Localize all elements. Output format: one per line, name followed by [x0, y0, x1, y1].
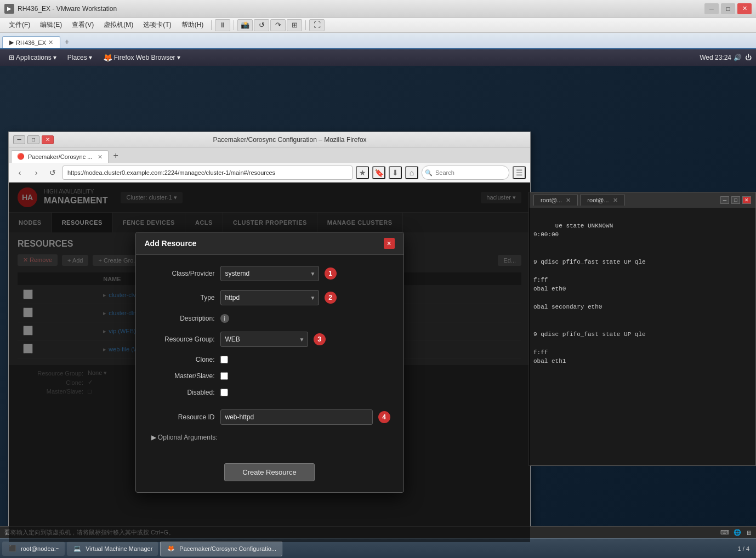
- terminal-maximize[interactable]: □: [731, 196, 740, 204]
- modal-header: Add Resource ×: [136, 232, 403, 255]
- firefox-win-controls: ─ □ ✕: [13, 135, 54, 144]
- clone-checkbox[interactable]: [220, 356, 228, 363]
- bookmark-manage[interactable]: 🔖: [372, 166, 385, 179]
- vmware-title: RH436_EX - VMware Workstation: [18, 5, 704, 13]
- applications-label: Applications: [16, 54, 52, 61]
- snapshot2-button[interactable]: ↷: [270, 19, 286, 31]
- ff-minimize[interactable]: ─: [13, 135, 25, 144]
- step-badge-4: 4: [378, 411, 390, 423]
- resource-group-label: Resource Group:: [149, 335, 215, 343]
- description-info-icon[interactable]: i: [220, 314, 229, 323]
- vm-tab-rh436[interactable]: ▶ RH436_EX ✕: [2, 36, 60, 48]
- terminal-close[interactable]: ✕: [742, 196, 751, 204]
- class-provider-row: Class/Provider systemd lsb ocf stonith 1: [149, 266, 390, 281]
- bookmark-btn[interactable]: ★: [356, 166, 369, 179]
- taskbar-firefox[interactable]: 🦊 Pacemaker/Corosync Configuratio...: [160, 541, 282, 556]
- create-resource-button[interactable]: Create Resource: [224, 463, 314, 481]
- firefox-tab-pacemaker[interactable]: 🔴 Pacemaker/Corosync ... ✕: [11, 150, 109, 163]
- snapshot-button[interactable]: 📸: [237, 19, 253, 31]
- firefox-icon: 🦊: [103, 53, 112, 62]
- terminal-text: ue state UNKNOWN 9:00:00 9 qdisc pfifo_f…: [533, 223, 646, 365]
- firefox-tab-close[interactable]: ✕: [98, 153, 103, 161]
- network-icon: 🌐: [734, 529, 741, 536]
- menu-vm[interactable]: 虚拟机(M): [99, 19, 138, 31]
- optional-args-label: ▶ Optional Arguments:: [151, 434, 218, 441]
- optional-arguments-toggle[interactable]: ▶ Optional Arguments:: [151, 434, 390, 441]
- applications-menu[interactable]: ⊞ Applications ▾: [4, 52, 61, 63]
- vmmanager-taskbar-label: Virtual Machine Manager: [86, 545, 152, 552]
- terminal-minimize[interactable]: ─: [720, 196, 729, 204]
- firefox-newtab[interactable]: +: [109, 149, 122, 163]
- places-arrow: ▾: [89, 54, 92, 61]
- terminal-tab-1-close[interactable]: ✕: [566, 197, 571, 203]
- vm-tab-add[interactable]: +: [60, 35, 73, 48]
- back-button[interactable]: ‹: [13, 166, 26, 179]
- pause-button[interactable]: ⏸: [215, 19, 230, 31]
- minimize-button[interactable]: ─: [704, 3, 719, 14]
- menu-view[interactable]: 查看(V): [67, 19, 98, 31]
- menu-btn[interactable]: ☰: [513, 166, 526, 179]
- menu-help[interactable]: 帮助(H): [177, 19, 208, 31]
- forward-button[interactable]: ›: [30, 166, 43, 179]
- description-label: Description:: [149, 315, 215, 322]
- search-input[interactable]: [422, 166, 509, 180]
- menu-file[interactable]: 文件(F): [4, 19, 35, 31]
- vm-tab-close[interactable]: ✕: [48, 39, 53, 46]
- places-label: Places: [67, 54, 87, 61]
- firefox-taskbar-label: Pacemaker/Corosync Configuratio...: [179, 545, 276, 552]
- ff-maximize[interactable]: □: [27, 135, 39, 144]
- terminal-tab-1[interactable]: root@... ✕: [533, 195, 578, 206]
- disabled-row: Disabled:: [149, 389, 390, 396]
- maximize-button[interactable]: □: [721, 3, 735, 14]
- master-slave-row: Master/Slave:: [149, 372, 390, 380]
- linux-topbar: ⊞ Applications ▾ Places ▾ 🦊 Firefox Web …: [0, 49, 756, 66]
- type-select[interactable]: httpd nginx mysql: [220, 290, 319, 305]
- volume-icon[interactable]: 🔊: [734, 54, 742, 61]
- firefox-launcher[interactable]: 🦊 Firefox Web Browser ▾: [99, 52, 185, 64]
- power-icon[interactable]: ⏻: [745, 54, 752, 61]
- terminal-tab-2-close[interactable]: ✕: [613, 197, 618, 203]
- keyboard-icon: ⌨: [720, 529, 729, 536]
- firefox-taskbar-icon: 🦊: [166, 544, 176, 554]
- toolbar-separator2: [234, 20, 234, 30]
- class-provider-select[interactable]: systemd lsb ocf stonith: [220, 266, 319, 281]
- firefox-label: Firefox Web Browser: [114, 54, 175, 61]
- system-icons: 🔊 ⏻: [734, 54, 752, 61]
- applications-icon: ⊞: [9, 54, 14, 61]
- firefox-tabbar: 🔴 Pacemaker/Corosync ... ✕ +: [9, 147, 530, 163]
- vmware-background: ⊞ Applications ▾ Places ▾ 🦊 Firefox Web …: [0, 49, 756, 558]
- ff-close[interactable]: ✕: [42, 135, 54, 144]
- close-button[interactable]: ✕: [737, 3, 752, 14]
- snap3-button[interactable]: ⊞: [287, 19, 302, 31]
- status-icons: ⌨ 🌐 🖥: [720, 529, 752, 536]
- terminal-taskbar-label: root@nodea:~: [21, 545, 59, 552]
- vm-tab-icon: ▶: [9, 39, 14, 46]
- disabled-checkbox[interactable]: [220, 389, 228, 396]
- terminal-content: ue state UNKNOWN 9:00:00 9 qdisc pfifo_f…: [529, 208, 755, 465]
- reload-button[interactable]: ↺: [46, 166, 59, 179]
- resource-id-input[interactable]: [220, 409, 373, 425]
- address-bar[interactable]: [62, 166, 353, 180]
- fullscreen-button[interactable]: ⛶: [309, 19, 325, 31]
- window-controls: ─ □ ✕: [704, 3, 752, 14]
- step-badge-2: 2: [325, 292, 337, 304]
- revert-button[interactable]: ↺: [254, 19, 269, 31]
- master-slave-checkbox[interactable]: [220, 372, 228, 380]
- resource-group-select[interactable]: WEB None: [220, 332, 308, 347]
- places-menu[interactable]: Places ▾: [63, 52, 96, 63]
- terminal-tab-2[interactable]: root@... ✕: [580, 195, 624, 206]
- taskbar-terminal[interactable]: ⬛ root@nodea:~: [2, 542, 65, 556]
- modal-close-button[interactable]: ×: [384, 238, 395, 249]
- home-btn[interactable]: ⌂: [405, 166, 418, 179]
- menu-tabs[interactable]: 选项卡(T): [139, 19, 175, 31]
- menu-edit[interactable]: 编辑(E): [36, 19, 66, 31]
- firefox-tab-label: Pacemaker/Corosync ...: [28, 153, 92, 160]
- vmware-menubar: 文件(F) 编辑(E) 查看(V) 虚拟机(M) 选项卡(T) 帮助(H) ⏸ …: [0, 18, 756, 33]
- master-slave-label: Master/Slave:: [149, 372, 215, 380]
- taskbar-vmmanager[interactable]: 💻 Virtual Machine Manager: [67, 542, 158, 556]
- download-btn[interactable]: ⬇: [389, 166, 402, 179]
- class-provider-label: Class/Provider: [149, 270, 215, 277]
- resource-id-row: Resource ID 4: [149, 409, 390, 425]
- step-badge-3: 3: [314, 333, 326, 345]
- workspace-pager: 1 / 4: [734, 545, 754, 552]
